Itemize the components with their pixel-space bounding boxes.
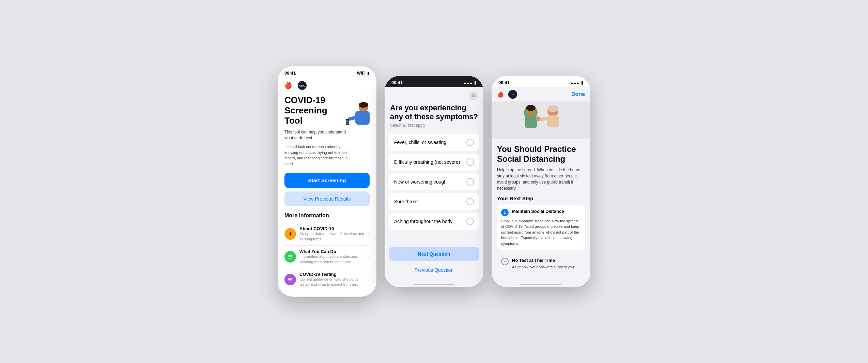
whatyoucando-icon [284, 251, 296, 263]
info-item-covid19[interactable]: ☀ About COVID-19 An up-to-date rundown o… [284, 223, 370, 246]
apple-logo: 🍎 [284, 82, 292, 89]
info-text-covid19: About COVID-19 An up-to-date rundown of … [299, 226, 368, 242]
result-title: You Should Practice Social Distancing [497, 144, 585, 164]
warning-title: No Test at This Time [512, 258, 574, 263]
wifi-icon-3: ▲▲▲ [570, 81, 579, 84]
svg-rect-18 [547, 115, 559, 127]
step-card-header-1: 1 Maintain Social Distance [501, 209, 581, 216]
status-bar-2: 09:41 ▲▲▲ ▮ [385, 76, 483, 87]
step-number-1: 1 [501, 209, 509, 216]
status-icons-3: ▲▲▲ ▮ [570, 80, 584, 85]
status-icons-2: ▲▲▲ ▮ [463, 80, 477, 85]
screen2-subtitle: Select all that apply [390, 123, 478, 128]
person-svg [342, 101, 373, 136]
warning-icon: ✕ [501, 258, 509, 265]
status-time-3: 09:41 [498, 80, 510, 85]
svg-rect-9 [288, 278, 292, 279]
warning-text: No Test at This Time As of now, your ans… [512, 258, 574, 270]
chevron-icon-2: › [368, 277, 370, 282]
phone-screen2: 09:41 ▲▲▲ ▮ ✕ Are you experiencing any o… [385, 76, 483, 287]
radio-3[interactable] [466, 198, 474, 205]
wifi-icon-2: ▲▲▲ [463, 81, 472, 84]
home-indicator-3 [521, 284, 561, 285]
chevron-icon-0: › [368, 231, 370, 237]
more-info-title: More Information [284, 212, 370, 219]
status-time-1: 09:41 [284, 70, 296, 76]
chevron-icon-1: › [368, 254, 370, 259]
symptom-item-2[interactable]: New or worsening cough [389, 173, 479, 190]
status-bar-3: 09:41 ▲▲▲ ▮ [492, 76, 590, 87]
apple-logo-3: 🍎 [497, 91, 504, 98]
logo-row: 🍎 CDC [284, 81, 370, 90]
warning-desc: As of now, your answers suggest you [512, 264, 574, 270]
info-text-testing: COVID-19 Testing Current guidance on who… [299, 272, 368, 287]
symptom-item-0[interactable]: Fever, chills, or sweating [389, 134, 479, 151]
svg-point-14 [526, 105, 536, 111]
svg-rect-10 [288, 279, 292, 280]
screen2-container: ✕ Are you experiencing any of these symp… [385, 87, 483, 287]
svg-rect-8 [288, 258, 292, 258]
close-button[interactable]: ✕ [469, 91, 478, 100]
svg-rect-2 [355, 111, 370, 125]
home-indicator-2 [414, 284, 454, 285]
covid19-icon: ☀ [284, 228, 296, 240]
screen3-header: 🍎 CDC Done [492, 87, 590, 101]
svg-rect-6 [288, 255, 292, 256]
screen2-title: Are you experiencing any of these sympto… [390, 104, 478, 122]
battery-icon: ▮ [367, 71, 370, 76]
step-title-1: Maintain Social Distance [512, 209, 564, 214]
two-people-svg [507, 103, 575, 137]
status-bar-1: 09:41 WiFi ▮ [278, 66, 376, 78]
next-step-label: Your Next Step [497, 195, 585, 201]
main-title: COVID-19 Screening Tool [284, 95, 346, 126]
status-icons-1: WiFi ▮ [357, 71, 370, 76]
svg-rect-7 [288, 256, 292, 257]
radio-4[interactable] [466, 218, 474, 225]
person-illustration [342, 101, 373, 136]
cdc-badge-3: CDC [508, 90, 517, 99]
testing-list-icon [288, 277, 293, 282]
battery-icon-2: ▮ [474, 80, 477, 85]
start-screening-button[interactable]: Start Screening [284, 173, 370, 188]
phone-screen1: 09:41 WiFi ▮ 🍎 CDC COVID-19 Screening To… [278, 66, 376, 297]
previous-question-button[interactable]: Previous Question [389, 264, 479, 276]
testing-icon [284, 274, 296, 285]
view-previous-button[interactable]: View Previous Results [284, 191, 370, 206]
svg-point-1 [359, 102, 368, 108]
illustration-banner [492, 101, 590, 139]
wifi-icon: WiFi [357, 71, 366, 76]
svg-rect-5 [346, 120, 349, 124]
step-body-1: Small but important steps can slow the s… [501, 218, 581, 247]
done-button[interactable]: Done [571, 91, 585, 97]
info-item-testing[interactable]: COVID-19 Testing Current guidance on who… [284, 268, 370, 291]
status-time-2: 09:41 [391, 80, 403, 85]
screen3-content: You Should Practice Social Distancing He… [492, 139, 590, 282]
symptom-item-4[interactable]: Aching throughout the body [389, 213, 479, 230]
list-icon [288, 254, 293, 259]
info-text-whatyoucando: What You Can Do Information about social… [299, 249, 368, 265]
logo-divider [295, 82, 295, 89]
screen3-top: 🍎 CDC Done [497, 90, 585, 99]
svg-rect-15 [525, 116, 537, 128]
screen2-footer: Next Question Previous Question [385, 243, 483, 282]
radio-0[interactable] [466, 139, 474, 146]
logo-divider-3 [506, 91, 506, 98]
info-item-whatyoucando[interactable]: What You Can Do Information about social… [284, 246, 370, 268]
cdc-badge: CDC [298, 81, 307, 90]
step-card-1: 1 Maintain Social Distance Small but imp… [497, 205, 585, 251]
screen2-header: ✕ Are you experiencing any of these symp… [385, 87, 483, 134]
symptom-item-3[interactable]: Sore throat [389, 193, 479, 210]
radio-2[interactable] [466, 178, 474, 186]
battery-icon-3: ▮ [581, 80, 584, 85]
radio-1[interactable] [466, 158, 474, 166]
symptom-list: Fever, chills, or sweating Difficulty br… [385, 134, 483, 243]
screen3-container: 🍎 CDC Done [492, 87, 590, 287]
warning-card: ✕ No Test at This Time As of now, your a… [497, 254, 585, 274]
next-question-button[interactable]: Next Question [389, 247, 479, 261]
result-desc: Help stop the spread. When outside the h… [497, 167, 585, 191]
main-desc: Let's all look out for each other by kno… [284, 144, 351, 167]
symptom-item-1[interactable]: Difficulty breathing (not severe) [389, 154, 479, 171]
screen3-logo-row: 🍎 CDC [497, 90, 517, 99]
phone-screen3: 09:41 ▲▲▲ ▮ 🍎 CDC Done [492, 76, 590, 287]
svg-point-20 [536, 116, 541, 121]
